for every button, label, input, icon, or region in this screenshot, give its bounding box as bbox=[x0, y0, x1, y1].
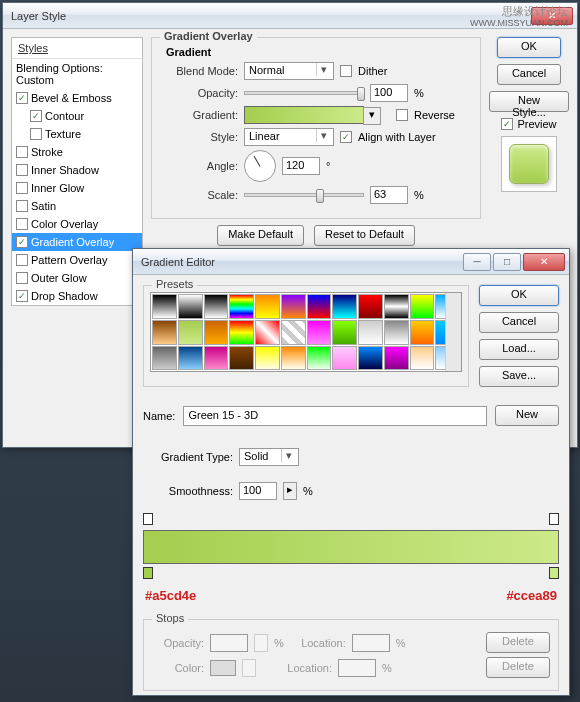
style-checkbox[interactable] bbox=[16, 218, 28, 230]
opacity-stop-right[interactable] bbox=[549, 513, 559, 525]
preset-swatch[interactable] bbox=[152, 320, 177, 345]
preset-swatch[interactable] bbox=[229, 320, 254, 345]
style-item-pattern-overlay[interactable]: Pattern Overlay bbox=[12, 251, 142, 269]
style-item-inner-shadow[interactable]: Inner Shadow bbox=[12, 161, 142, 179]
color-stop-right[interactable] bbox=[549, 567, 559, 579]
preset-swatch[interactable] bbox=[384, 320, 409, 345]
preset-swatch[interactable] bbox=[410, 346, 435, 371]
style-item-bevel-emboss[interactable]: Bevel & Emboss bbox=[12, 89, 142, 107]
opacity-slider[interactable] bbox=[244, 91, 364, 95]
style-item-texture[interactable]: Texture bbox=[12, 125, 142, 143]
angle-value[interactable]: 120 bbox=[282, 157, 320, 175]
style-checkbox[interactable] bbox=[30, 110, 42, 122]
preset-swatch[interactable] bbox=[358, 294, 383, 319]
reset-default-button[interactable]: Reset to Default bbox=[314, 225, 415, 246]
ge-load-button[interactable]: Load... bbox=[479, 339, 559, 360]
preset-swatch[interactable] bbox=[410, 294, 435, 319]
preset-swatch[interactable] bbox=[358, 346, 383, 371]
scrollbar[interactable] bbox=[445, 293, 461, 371]
preset-swatch[interactable] bbox=[204, 346, 229, 371]
style-checkbox[interactable] bbox=[16, 236, 28, 248]
style-checkbox[interactable] bbox=[16, 272, 28, 284]
preset-swatch[interactable] bbox=[384, 346, 409, 371]
new-button[interactable]: New bbox=[495, 405, 559, 426]
style-label: Style: bbox=[160, 131, 238, 143]
style-item-stroke[interactable]: Stroke bbox=[12, 143, 142, 161]
style-select[interactable]: Linear bbox=[244, 128, 334, 146]
opacity-stop-left[interactable] bbox=[143, 513, 153, 525]
styles-header[interactable]: Styles bbox=[12, 38, 142, 59]
preset-swatch[interactable] bbox=[307, 320, 332, 345]
ge-ok-button[interactable]: OK bbox=[479, 285, 559, 306]
style-item-color-overlay[interactable]: Color Overlay bbox=[12, 215, 142, 233]
style-item-gradient-overlay[interactable]: Gradient Overlay bbox=[12, 233, 142, 251]
color-stop-left[interactable] bbox=[143, 567, 153, 579]
chevron-right-icon[interactable]: ▸ bbox=[283, 482, 297, 500]
new-style-button[interactable]: New Style... bbox=[489, 91, 569, 112]
preset-swatch[interactable] bbox=[358, 320, 383, 345]
preset-swatch[interactable] bbox=[152, 294, 177, 319]
preset-swatch[interactable] bbox=[307, 346, 332, 371]
maximize-icon[interactable]: □ bbox=[493, 253, 521, 271]
style-item-contour[interactable]: Contour bbox=[12, 107, 142, 125]
ge-cancel-button[interactable]: Cancel bbox=[479, 312, 559, 333]
style-item-drop-shadow[interactable]: Drop Shadow bbox=[12, 287, 142, 305]
scale-slider[interactable] bbox=[244, 193, 364, 197]
hex-left: #a5cd4e bbox=[145, 588, 196, 603]
gradtype-select[interactable]: Solid bbox=[239, 448, 299, 466]
preset-swatch[interactable] bbox=[281, 346, 306, 371]
preset-swatch[interactable] bbox=[229, 294, 254, 319]
preset-swatch[interactable] bbox=[229, 346, 254, 371]
minimize-icon[interactable]: ─ bbox=[463, 253, 491, 271]
style-checkbox[interactable] bbox=[16, 254, 28, 266]
dither-checkbox[interactable] bbox=[340, 65, 352, 77]
style-checkbox[interactable] bbox=[16, 290, 28, 302]
scale-value[interactable]: 63 bbox=[370, 186, 408, 204]
align-checkbox[interactable] bbox=[340, 131, 352, 143]
opacity-value[interactable]: 100 bbox=[370, 84, 408, 102]
style-item-satin[interactable]: Satin bbox=[12, 197, 142, 215]
preset-swatch[interactable] bbox=[332, 346, 357, 371]
watermark-1: 思缘设计论坛 bbox=[502, 4, 568, 19]
preset-swatch[interactable] bbox=[410, 320, 435, 345]
preset-swatch[interactable] bbox=[178, 320, 203, 345]
gradient-editor-titlebar[interactable]: Gradient Editor ─ □ ✕ bbox=[133, 249, 569, 275]
preset-swatch[interactable] bbox=[384, 294, 409, 319]
blend-mode-select[interactable]: Normal bbox=[244, 62, 334, 80]
preset-swatch[interactable] bbox=[307, 294, 332, 319]
style-checkbox[interactable] bbox=[16, 200, 28, 212]
style-checkbox[interactable] bbox=[16, 92, 28, 104]
preset-swatch[interactable] bbox=[255, 294, 280, 319]
angle-dial[interactable] bbox=[244, 150, 276, 182]
style-checkbox[interactable] bbox=[16, 164, 28, 176]
preset-swatch[interactable] bbox=[255, 320, 280, 345]
cancel-button[interactable]: Cancel bbox=[497, 64, 561, 85]
reverse-label: Reverse bbox=[414, 109, 455, 121]
smooth-value[interactable]: 100 bbox=[239, 482, 277, 500]
blending-options-row[interactable]: Blending Options: Custom bbox=[12, 59, 142, 89]
style-checkbox[interactable] bbox=[30, 128, 42, 140]
close-icon[interactable]: ✕ bbox=[523, 253, 565, 271]
make-default-button[interactable]: Make Default bbox=[217, 225, 304, 246]
style-item-inner-glow[interactable]: Inner Glow bbox=[12, 179, 142, 197]
preset-swatch[interactable] bbox=[204, 294, 229, 319]
preset-swatch[interactable] bbox=[332, 294, 357, 319]
gradient-bar[interactable] bbox=[143, 530, 559, 564]
name-input[interactable]: Green 15 - 3D bbox=[183, 406, 487, 426]
style-item-outer-glow[interactable]: Outer Glow bbox=[12, 269, 142, 287]
style-checkbox[interactable] bbox=[16, 146, 28, 158]
preset-swatch[interactable] bbox=[255, 346, 280, 371]
preset-swatch[interactable] bbox=[204, 320, 229, 345]
ok-button[interactable]: OK bbox=[497, 37, 561, 58]
style-checkbox[interactable] bbox=[16, 182, 28, 194]
preset-swatch[interactable] bbox=[332, 320, 357, 345]
preset-swatch[interactable] bbox=[152, 346, 177, 371]
preview-checkbox[interactable] bbox=[501, 118, 513, 130]
ge-save-button[interactable]: Save... bbox=[479, 366, 559, 387]
preset-swatch[interactable] bbox=[281, 320, 306, 345]
preset-swatch[interactable] bbox=[281, 294, 306, 319]
reverse-checkbox[interactable] bbox=[396, 109, 408, 121]
gradient-swatch[interactable] bbox=[244, 106, 364, 124]
preset-swatch[interactable] bbox=[178, 294, 203, 319]
preset-swatch[interactable] bbox=[178, 346, 203, 371]
